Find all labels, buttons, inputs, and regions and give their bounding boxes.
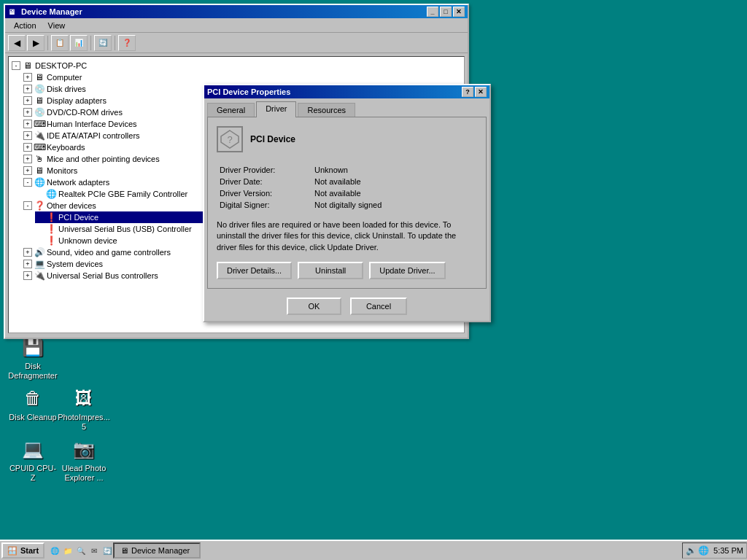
icon-usb-controllers: 🔌 bbox=[34, 270, 45, 281]
expand-network[interactable]: - bbox=[23, 178, 32, 187]
driver-provider-value: Unknown bbox=[311, 164, 477, 176]
expand-mice[interactable]: + bbox=[23, 155, 32, 163]
label-system: System devices bbox=[47, 260, 103, 268]
help-dialog-button[interactable]: ? bbox=[462, 87, 473, 97]
update-driver-button[interactable]: Update Driver... bbox=[369, 262, 445, 279]
tab-resources[interactable]: Resources bbox=[298, 103, 355, 117]
network-tray-icon[interactable]: 🌐 bbox=[698, 545, 709, 556]
cpuid-icon[interactable]: 💻 CPUID CPU-Z bbox=[7, 438, 58, 483]
start-icon: 🪟 bbox=[7, 546, 18, 556]
label-network: Network adapters bbox=[47, 178, 109, 187]
maximize-button[interactable]: □ bbox=[440, 7, 452, 17]
cancel-button[interactable]: Cancel bbox=[350, 298, 407, 315]
minimize-button[interactable]: _ bbox=[427, 7, 438, 17]
cpuid-label: CPUID CPU-Z bbox=[7, 464, 58, 483]
icon-pci: ❗ bbox=[45, 211, 57, 223]
expand-disk-drives[interactable]: + bbox=[23, 85, 32, 93]
disk-cleanup-icon[interactable]: 🗑 Disk Cleanup bbox=[7, 386, 58, 422]
expand-display[interactable]: + bbox=[23, 96, 32, 105]
expand-dvd[interactable]: + bbox=[23, 108, 32, 117]
toolbar-separator-2 bbox=[90, 36, 91, 50]
driver-provider-row: Driver Provider: Unknown bbox=[217, 164, 477, 176]
disk-cleanup-label: Disk Cleanup bbox=[9, 413, 56, 422]
expand-usb-controllers[interactable]: + bbox=[23, 271, 32, 280]
toolbar-btn-1[interactable]: 📋 bbox=[51, 35, 69, 51]
icon-sound: 🔊 bbox=[34, 246, 45, 258]
tray-icon-1[interactable]: 🌐 bbox=[49, 545, 61, 556]
label-human-interface: Human Interface Devices bbox=[47, 120, 137, 128]
ulead-img: 📷 bbox=[72, 438, 96, 461]
driver-details-button[interactable]: Driver Details... bbox=[217, 262, 292, 279]
expand-ide[interactable]: + bbox=[23, 131, 32, 140]
expand-human-interface[interactable]: + bbox=[23, 120, 32, 128]
svg-text:?: ? bbox=[227, 134, 232, 145]
expand-monitors[interactable]: + bbox=[23, 166, 32, 175]
tray-icon-5[interactable]: 🔄 bbox=[101, 545, 113, 556]
close-button[interactable]: ✕ bbox=[453, 7, 465, 17]
driver-provider-label: Driver Provider: bbox=[217, 164, 311, 176]
label-mice: Mice and other pointing devices bbox=[47, 155, 160, 163]
tray-icon-3[interactable]: 🔍 bbox=[75, 545, 87, 556]
tray-icon-4[interactable]: ✉ bbox=[88, 545, 100, 556]
digital-signer-row: Digital Signer: Not digitally signed bbox=[217, 199, 477, 211]
help-button[interactable]: ❓ bbox=[118, 35, 136, 51]
toolbar-separator-3 bbox=[115, 36, 115, 50]
expand-root[interactable]: - bbox=[12, 61, 20, 70]
label-other: Other devices bbox=[47, 201, 96, 210]
disk-defragmenter-icon[interactable]: 💾 Disk Defragmenter bbox=[7, 335, 58, 381]
driver-description: No driver files are required or have bee… bbox=[217, 219, 477, 253]
toolbar-btn-2[interactable]: 📊 bbox=[70, 35, 88, 51]
pci-dialog: PCI Device Properties ? ✕ General Driver… bbox=[203, 84, 491, 322]
ulead-label: Ulead PhotoExplorer ... bbox=[62, 464, 107, 483]
close-dialog-button[interactable]: ✕ bbox=[475, 87, 487, 97]
back-button[interactable]: ◀ bbox=[8, 35, 26, 51]
driver-info-table: Driver Provider: Unknown Driver Date: No… bbox=[217, 164, 477, 211]
forward-button[interactable]: ▶ bbox=[27, 35, 44, 51]
disk-defragmenter-label: Disk Defragmenter bbox=[7, 362, 58, 381]
label-computer: Computer bbox=[47, 73, 82, 82]
expand-other[interactable]: - bbox=[23, 201, 32, 210]
uninstall-button[interactable]: Uninstall bbox=[298, 262, 363, 279]
taskbar: 🪟 Start 🌐 📁 🔍 ✉ 🔄 🖥 Device Manager 🔊 🌐 5… bbox=[0, 540, 747, 560]
tray-icon-2[interactable]: 📁 bbox=[62, 545, 74, 556]
icon-ide: 🔌 bbox=[34, 130, 45, 141]
label-dvd: DVD/CD-ROM drives bbox=[47, 108, 123, 117]
pci-dialog-titlebar: PCI Device Properties ? ✕ bbox=[204, 85, 489, 98]
disk-cleanup-img: 🗑 bbox=[21, 386, 44, 410]
label-usb-controllers: Universal Serial Bus controllers bbox=[47, 271, 158, 280]
toolbar: ◀ ▶ 📋 📊 🔄 ❓ bbox=[5, 33, 468, 53]
pci-dialog-title: PCI Device Properties bbox=[207, 88, 462, 96]
ulead-icon[interactable]: 📷 Ulead PhotoExplorer ... bbox=[58, 438, 109, 483]
device-manager-task[interactable]: 🖥 Device Manager bbox=[113, 542, 201, 559]
start-button[interactable]: 🪟 Start bbox=[1, 542, 44, 559]
tree-item-computer[interactable]: + 🖥 Computer bbox=[23, 71, 461, 83]
device-manager-titlebar: 🖥 Device Manager _ □ ✕ bbox=[5, 5, 468, 18]
icon-realtek: 🌐 bbox=[45, 188, 57, 200]
dialog-body: ? PCI Device Driver Provider: Unknown Dr… bbox=[207, 117, 487, 289]
action-menu[interactable]: Action bbox=[8, 20, 42, 31]
photoimpress-icon[interactable]: 🖼 PhotoImpres...5 bbox=[58, 386, 109, 432]
expand-system[interactable]: + bbox=[23, 260, 32, 268]
clock: 5:35 PM bbox=[711, 546, 743, 555]
driver-version-value: Not available bbox=[311, 187, 477, 199]
expand-computer[interactable]: + bbox=[23, 73, 32, 82]
view-menu[interactable]: View bbox=[42, 20, 71, 31]
volume-icon[interactable]: 🔊 bbox=[686, 545, 697, 556]
icon-other: ❓ bbox=[34, 200, 45, 211]
tree-item-root[interactable]: - 🖥 DESKTOP-PC bbox=[12, 60, 461, 71]
ok-button[interactable]: OK bbox=[287, 298, 341, 315]
digital-signer-value: Not digitally signed bbox=[311, 199, 477, 211]
label-root: DESKTOP-PC bbox=[35, 61, 87, 70]
icon-mice: 🖱 bbox=[34, 153, 45, 165]
photoimpress-label: PhotoImpres...5 bbox=[58, 413, 110, 432]
expand-sound[interactable]: + bbox=[23, 248, 32, 257]
icon-monitors: 🖥 bbox=[34, 165, 45, 176]
toolbar-btn-3[interactable]: 🔄 bbox=[94, 35, 112, 51]
icon-network: 🌐 bbox=[34, 176, 45, 188]
device-manager-title: Device Manager bbox=[21, 7, 427, 16]
menubar: Action View bbox=[5, 18, 468, 33]
tab-general[interactable]: General bbox=[207, 103, 255, 117]
driver-date-row: Driver Date: Not available bbox=[217, 176, 477, 187]
tab-driver[interactable]: Driver bbox=[256, 101, 296, 117]
expand-keyboards[interactable]: + bbox=[23, 143, 32, 152]
